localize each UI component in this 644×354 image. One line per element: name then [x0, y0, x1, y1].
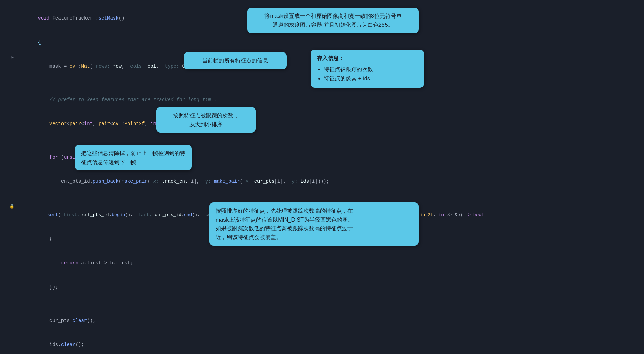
tooltip-features: 当前帧的所有特征点的信息 — [184, 52, 287, 69]
line-content-6: vector<pair<int, pair<cv::Point2f, int>>… — [17, 113, 644, 135]
tooltip-clear: 把这些信息清除掉，防止上一帧检测到的特征点信息传递到下一帧 — [75, 145, 192, 170]
code-line-7 — [0, 136, 644, 145]
code-line-5: // prefer to keep features that are trac… — [0, 88, 644, 112]
code-line-17: ids.clear(); — [0, 333, 644, 354]
line-gutter-3: ▶ — [0, 55, 17, 59]
line-gutter-11: 🔒 — [0, 204, 17, 209]
tooltip-store-item-2: 特征点的像素 + ids — [324, 74, 418, 83]
gutter-arrow-3: ▶ — [11, 55, 14, 59]
code-line-6: vector<pair<int, pair<cv::Point2f, int>>… — [0, 112, 644, 136]
code-line-16: cur_pts.clear(); — [0, 309, 644, 333]
tooltip-features-text: 当前帧的所有特征点的信息 — [202, 58, 268, 63]
tooltip-store: 存入信息： 特征点被跟踪的次数 特征点的像素 + ids — [311, 50, 424, 88]
code-editor: void FeatureTracker::setMask() { ▶ mask … — [0, 0, 644, 354]
tooltip-process: 按照排序好的特征点，先处理被跟踪次数高的特征点，在mask上该特征点的位置以MI… — [209, 202, 419, 246]
code-line-14: }); — [0, 275, 644, 299]
line-content-14: }); — [17, 276, 644, 298]
tooltip-store-list: 特征点被跟踪的次数 特征点的像素 + ids — [324, 65, 418, 83]
line-content-9: cnt_pts_id.push_back(make_pair( x: track… — [17, 170, 644, 193]
line-content-16: cur_pts.clear(); — [17, 309, 644, 332]
code-line-10 — [0, 193, 644, 203]
tooltip-mask: 将mask设置成一个和原始图像高和宽一致的8位无符号单通道的灰度图片容器,并且初… — [247, 8, 419, 33]
line-content-17: ids.clear(); — [17, 333, 644, 354]
code-line-15 — [0, 299, 644, 309]
tooltip-store-item-1: 特征点被跟踪的次数 — [324, 65, 418, 74]
tooltip-clear-text: 把这些信息清除掉，防止上一帧检测到的特征点信息传递到下一帧 — [81, 150, 185, 165]
code-line-13: return a.first > b.first; — [0, 251, 644, 275]
tooltip-sort: 按照特征点被跟踪的次数，从大到小排序 — [156, 107, 256, 133]
tooltip-sort-text: 按照特征点被跟踪的次数，从大到小排序 — [173, 113, 239, 127]
tooltip-store-title: 存入信息： — [317, 54, 418, 63]
line-content-5: // prefer to keep features that are trac… — [17, 88, 644, 111]
tooltip-mask-text: 将mask设置成一个和原始图像高和宽一致的8位无符号单通道的灰度图片容器,并且初… — [264, 13, 401, 28]
tooltip-process-text: 按照排序好的特征点，先处理被跟踪次数高的特征点，在mask上该特征点的位置以MI… — [216, 208, 353, 240]
line-content-13: return a.first > b.first; — [17, 252, 644, 274]
gutter-icon-11: 🔒 — [9, 204, 14, 209]
code-line-9: cnt_pts_id.push_back(make_pair( x: track… — [0, 169, 644, 193]
